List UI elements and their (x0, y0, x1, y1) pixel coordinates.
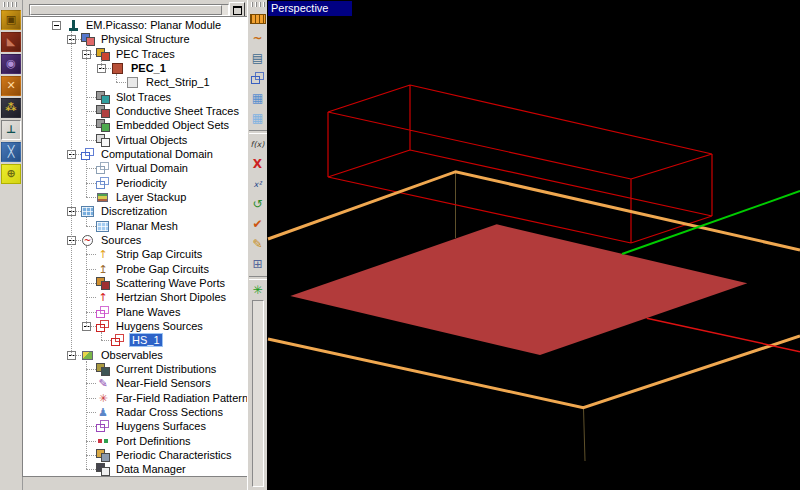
viewport-3d[interactable]: Perspective (267, 0, 800, 490)
undo-arrow-button[interactable]: ↺ (249, 196, 266, 213)
tree-item-far-field-radiation-patterns[interactable]: ✳Far-Field Radiation Patterns (23, 391, 248, 405)
edit-notes-button[interactable]: ✎ (249, 236, 266, 253)
validate-check-button[interactable]: ✔ (249, 216, 266, 233)
radar-cross-sections-icon: ♟ (96, 406, 110, 419)
tree-item-pec-1[interactable]: PEC_1 (23, 61, 248, 75)
toolbar-separator (249, 276, 267, 280)
tree-item-layer-stackup[interactable]: Layer Stackup (23, 190, 248, 204)
tree-item-computational-domain[interactable]: Computational Domain (23, 147, 248, 161)
conductive-sheet-traces-icon (96, 105, 110, 118)
tree-item-current-distributions[interactable]: Current Distributions (23, 362, 248, 376)
tree-item-periodicity[interactable]: Periodicity (23, 176, 248, 190)
panel-restore-button[interactable] (229, 2, 245, 17)
toolbar-grip[interactable] (3, 2, 19, 7)
tree-item-huygens-surfaces[interactable]: Huygens Surfaces (23, 419, 248, 433)
tree-item-slot-traces[interactable]: Slot Traces (23, 90, 248, 104)
tree-item-em-picasso-planar-module[interactable]: EM.Picasso: Planar Module (23, 18, 248, 32)
domain-box-button[interactable] (249, 70, 266, 87)
illumina-module-button[interactable]: ✕ (1, 76, 21, 96)
tree-item-strip-gap-circuits[interactable]: ↑Strip Gap Circuits (23, 247, 248, 261)
tree-item-virtual-domain[interactable]: Virtual Domain (23, 161, 248, 175)
tree-item-label: Sources (99, 234, 143, 246)
tree-connector (86, 297, 96, 298)
tree-item-hertzian-short-dipoles[interactable]: ↑Hertzian Short Dipoles (23, 290, 248, 304)
tree-connector (86, 226, 96, 227)
picasso-module-button[interactable]: ⊥ (1, 120, 21, 140)
tree-item-probe-gap-circuits[interactable]: ↥Probe Gap Circuits (23, 262, 248, 276)
tree-connector (86, 455, 96, 456)
tree-trunk (86, 45, 87, 140)
tree-trunk (86, 246, 87, 326)
tree-item-port-definitions[interactable]: Port Definitions (23, 434, 248, 448)
libera-module-button[interactable]: ⁂ (1, 98, 21, 118)
tree-item-hs-1[interactable]: HS_1 (23, 333, 248, 347)
function-fx-button[interactable]: f(x) (249, 136, 266, 153)
tree-item-periodic-characteristics[interactable]: Periodic Characteristics (23, 448, 248, 462)
x-squared-button[interactable]: x² (249, 176, 266, 193)
virtual-objects-icon (96, 134, 110, 147)
tree-item-physical-structure[interactable]: Physical Structure (23, 32, 248, 46)
tree-item-label: Current Distributions (114, 363, 218, 375)
edit-notes-icon: ✎ (252, 236, 262, 253)
tree-item-embedded-object-sets[interactable]: Embedded Object Sets (23, 118, 248, 132)
scattering-wave-ports-icon (96, 277, 110, 290)
plane-waves-icon (96, 306, 110, 319)
tree-item-radar-cross-sections[interactable]: ♟Radar Cross Sections (23, 405, 248, 419)
tree-item-planar-mesh[interactable]: Planar Mesh (23, 219, 248, 233)
tree-item-huygens-sources[interactable]: Huygens Sources (23, 319, 248, 333)
tree-item-sources[interactable]: ~Sources (23, 233, 248, 247)
tree-connector (86, 197, 96, 198)
tree-item-label: HS_1 (129, 333, 163, 347)
mesh-settings-button[interactable]: ▦ (249, 110, 266, 127)
module-toolbar: ▣◣◉✕⁂⊥╳⊕ (0, 0, 23, 490)
scene-canvas[interactable] (267, 0, 800, 490)
tree-horizontal-scrollbar[interactable] (29, 4, 229, 16)
project-tree[interactable]: EM.Picasso: Planar ModulePhysical Struct… (22, 16, 248, 477)
tree-item-rect-strip-1[interactable]: Rect_Strip_1 (23, 75, 248, 89)
tree-item-label: Slot Traces (114, 91, 173, 103)
tree-item-discretization[interactable]: Discretization (23, 204, 248, 218)
layer-stackup-button[interactable]: ▤ (249, 50, 266, 67)
tree-item-conductive-sheet-traces[interactable]: Conductive Sheet Traces (23, 104, 248, 118)
tree-item-label: Huygens Surfaces (114, 420, 208, 432)
tree-item-observables[interactable]: Observables (23, 348, 248, 362)
pec-rect-strip-plate[interactable] (290, 224, 747, 355)
hertzian-short-dipoles-icon: ↑ (96, 291, 110, 304)
globe-module-button[interactable]: ⊕ (1, 164, 21, 184)
illumina-module-icon: ✕ (6, 77, 15, 95)
variables-x-button[interactable]: X (249, 156, 266, 173)
tree-item-label: Probe Gap Circuits (114, 263, 211, 275)
tree-item-pec-traces[interactable]: PEC Traces (23, 47, 248, 61)
expand-toggle[interactable] (52, 21, 61, 30)
layer-stackup-icon (96, 191, 110, 204)
toolbar-grip[interactable] (251, 2, 265, 7)
libera-module-icon: ⁂ (5, 99, 16, 117)
tree-item-scattering-wave-ports[interactable]: Scattering Wave Ports (23, 276, 248, 290)
ferma-module-button[interactable]: ╳ (1, 142, 21, 162)
app-window: { "window": {"bg": "#d6d3ce"}, "module_t… (0, 0, 800, 490)
computational-domain-icon (81, 148, 95, 161)
run-star-button[interactable]: ✳ (249, 282, 266, 299)
cube-module-button[interactable]: ▣ (1, 10, 21, 30)
tree-item-near-field-sensors[interactable]: ✎Near-Field Sensors (23, 376, 248, 390)
tree-connector (71, 211, 81, 212)
tree-connector (86, 97, 96, 98)
measure-ruler-button[interactable] (249, 10, 266, 27)
tree-connector (71, 240, 81, 241)
huygens-source-wirebox[interactable] (328, 85, 712, 243)
tree-connector (116, 82, 126, 83)
tree-item-label: Computational Domain (99, 148, 215, 160)
tree-item-plane-waves[interactable]: Plane Waves (23, 305, 248, 319)
tree-item-data-manager[interactable]: Data Manager (23, 462, 248, 476)
tree-item-virtual-objects[interactable]: Virtual Objects (23, 133, 248, 147)
mesh-grid-button[interactable]: ▦ (249, 90, 266, 107)
scrollbar-thumb[interactable] (30, 5, 222, 15)
tree-connector (86, 398, 96, 399)
tempo-module-button[interactable]: ◉ (1, 54, 21, 74)
sine-wave-button[interactable]: ~ (249, 30, 266, 47)
embedded-object-sets-icon (96, 119, 110, 132)
terrano-module-button[interactable]: ◣ (1, 32, 21, 52)
globe-module-icon: ⊕ (6, 165, 15, 183)
calculator-button[interactable]: ⊞ (249, 256, 266, 273)
tree-item-label: Observables (99, 349, 165, 361)
